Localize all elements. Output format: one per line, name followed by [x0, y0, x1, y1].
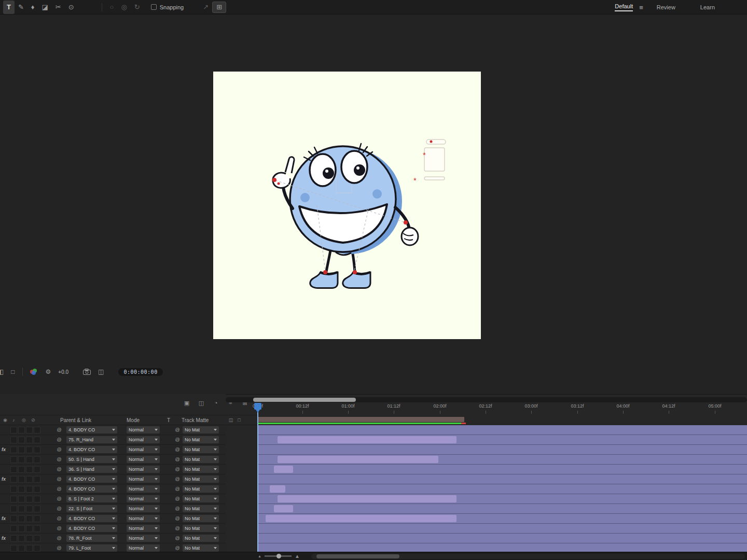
layer-switches[interactable]: [9, 496, 55, 502]
mode-dropdown[interactable]: Normal: [127, 485, 160, 493]
mode-dropdown[interactable]: Normal: [127, 535, 160, 542]
layer-row[interactable]: @4. BODY CONormal@No Mat: [0, 484, 226, 494]
matte-dropdown[interactable]: No Mat: [183, 426, 219, 433]
matte-pickwhip-icon[interactable]: @: [173, 486, 182, 492]
parent-dropdown[interactable]: 4. BODY CO: [66, 515, 117, 522]
layer-switches[interactable]: [9, 515, 55, 522]
motion-blur-icon[interactable]: ◔: [209, 400, 223, 407]
layer-duration-bar[interactable]: [278, 495, 457, 502]
horizontal-scrollbar-thumb[interactable]: [316, 554, 399, 558]
parent-pickwhip-icon[interactable]: @: [55, 516, 63, 521]
frame-blend-icon[interactable]: ◫: [194, 400, 209, 407]
track-lane[interactable]: [258, 494, 747, 504]
parent-pickwhip-icon[interactable]: @: [55, 526, 63, 531]
layer-row[interactable]: @22. S | FootNormal@No Mat: [0, 504, 226, 514]
layer-row[interactable]: fx@78. R_FootNormal@No Mat: [0, 534, 226, 543]
matte-dropdown[interactable]: No Mat: [183, 436, 219, 443]
camera-dolly-icon[interactable]: ↻: [131, 1, 144, 14]
workspace-tab-learn[interactable]: Learn: [700, 4, 715, 10]
layer-row[interactable]: @4. BODY CONormal@No Mat: [0, 425, 226, 435]
matte-dropdown[interactable]: No Mat: [183, 495, 219, 502]
parent-dropdown[interactable]: 4. BODY CO: [66, 426, 117, 433]
timeline-zoom-slider[interactable]: [265, 555, 292, 557]
clone-stamp-tool-icon[interactable]: ♦: [27, 1, 38, 14]
parent-pickwhip-icon[interactable]: @: [55, 486, 63, 492]
current-timecode[interactable]: 0:00:00:00: [118, 368, 162, 376]
track-lane[interactable]: [258, 484, 747, 494]
composition-viewport[interactable]: * *: [213, 72, 481, 339]
workspace-tab-review[interactable]: Review: [657, 4, 675, 10]
track-lane[interactable]: [258, 534, 747, 543]
matte-dropdown[interactable]: No Mat: [183, 544, 219, 552]
layer-switches[interactable]: [9, 535, 55, 542]
track-lane[interactable]: [258, 504, 747, 514]
layer-switches[interactable]: [9, 545, 55, 552]
matte-pickwhip-icon[interactable]: @: [173, 457, 182, 462]
layer-switches[interactable]: [9, 427, 55, 433]
matte-dropdown[interactable]: No Mat: [183, 505, 219, 512]
eraser-tool-icon[interactable]: ◪: [38, 1, 52, 14]
layer-switches[interactable]: [9, 456, 55, 463]
parent-pickwhip-icon[interactable]: @: [55, 437, 63, 442]
zoom-slider-thumb[interactable]: [276, 554, 281, 558]
layer-row[interactable]: @36. S | HandNormal@No Mat: [0, 465, 226, 474]
track-lane[interactable]: [258, 514, 747, 524]
horizontal-scrollbar-track[interactable]: [311, 554, 745, 559]
layer-duration-bar[interactable]: [278, 436, 457, 443]
parent-pickwhip-icon[interactable]: @: [55, 477, 63, 482]
matte-dropdown[interactable]: No Mat: [183, 535, 219, 542]
matte-pickwhip-icon[interactable]: @: [173, 437, 182, 442]
matte-pickwhip-icon[interactable]: @: [173, 545, 182, 551]
matte-pickwhip-icon[interactable]: @: [173, 516, 182, 521]
region-of-interest-icon[interactable]: □: [11, 368, 15, 375]
matte-pickwhip-icon[interactable]: @: [173, 467, 182, 472]
mode-dropdown[interactable]: Normal: [127, 426, 160, 433]
track-lane[interactable]: [258, 445, 747, 455]
layer-switches[interactable]: [9, 486, 55, 493]
parent-pickwhip-icon[interactable]: @: [55, 536, 63, 541]
brush-tool-icon[interactable]: ✎: [15, 1, 27, 14]
grid-guides-icon[interactable]: ⊞: [212, 2, 226, 13]
matte-dropdown[interactable]: No Mat: [183, 485, 219, 493]
layer-duration-bar[interactable]: [274, 505, 293, 512]
layer-switches[interactable]: [9, 437, 55, 443]
parent-dropdown[interactable]: 36. S | Hand: [66, 466, 117, 473]
mode-dropdown[interactable]: Normal: [127, 446, 160, 453]
parent-pickwhip-icon[interactable]: @: [55, 427, 63, 432]
layer-row[interactable]: fx@4. BODY CONormal@No Mat: [0, 445, 226, 455]
track-lane[interactable]: [258, 455, 747, 465]
zoom-out-icon[interactable]: ▲: [258, 554, 261, 558]
matte-pickwhip-icon[interactable]: @: [173, 536, 182, 541]
layer-row[interactable]: @75. R_HandNormal@No Mat: [0, 435, 226, 445]
layer-switches[interactable]: [9, 446, 55, 453]
camera-orbit-icon[interactable]: ○: [106, 1, 118, 14]
magnify-region-icon[interactable]: ◧: [0, 368, 4, 375]
parent-dropdown[interactable]: 4. BODY CO: [66, 446, 117, 453]
matte-pickwhip-icon[interactable]: @: [173, 496, 182, 501]
exposure-value[interactable]: +0.0: [58, 369, 68, 375]
puppet-pin-tool-icon[interactable]: ⊙: [65, 1, 78, 14]
layer-switches[interactable]: [9, 525, 55, 532]
playhead-handle[interactable]: [254, 403, 261, 410]
layer-row[interactable]: @4. BODY CONormal@No Mat: [0, 524, 226, 534]
viewer-settings-icon[interactable]: ⚙: [46, 368, 51, 375]
parent-dropdown[interactable]: 75. R_Hand: [66, 436, 117, 443]
work-area-bar[interactable]: [258, 417, 464, 422]
snapping-checkbox[interactable]: [151, 4, 157, 10]
workspace-tab-default[interactable]: Default: [615, 3, 633, 11]
track-lane[interactable]: [258, 425, 747, 435]
mode-dropdown[interactable]: Normal: [127, 475, 160, 483]
parent-dropdown[interactable]: 79. L_Foot: [66, 544, 117, 552]
mode-dropdown[interactable]: Normal: [127, 436, 160, 443]
layer-duration-bar[interactable]: [270, 485, 285, 493]
roto-brush-tool-icon[interactable]: ✂: [52, 1, 65, 14]
mode-dropdown[interactable]: Normal: [127, 466, 160, 473]
parent-dropdown[interactable]: 8. S | Foot 2: [66, 495, 117, 502]
snapshot-camera-icon[interactable]: [83, 369, 91, 375]
track-lane[interactable]: [258, 465, 747, 474]
matte-dropdown[interactable]: No Mat: [183, 515, 219, 522]
parent-pickwhip-icon[interactable]: @: [55, 457, 63, 462]
parent-dropdown[interactable]: 78. R_Foot: [66, 535, 117, 542]
parent-dropdown[interactable]: 4. BODY CO: [66, 525, 117, 532]
mode-dropdown[interactable]: Normal: [127, 456, 160, 463]
